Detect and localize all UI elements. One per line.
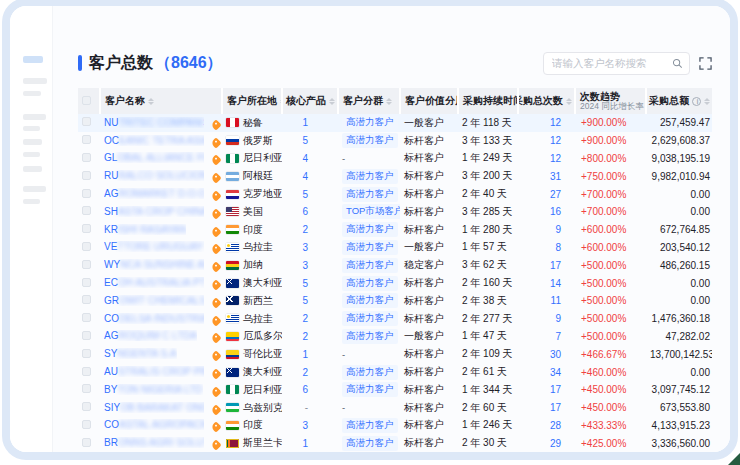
sidebar-item[interactable] <box>23 199 40 204</box>
select-all-checkbox[interactable] <box>82 96 91 105</box>
customer-name-link[interactable]: OCEANIC TETRA ASIA <box>104 135 204 146</box>
table-row[interactable]: RURALCO SOLUCIONES S.A 阿根廷 4 高潜力客户+1 标杆客… <box>78 167 712 185</box>
purchase-count[interactable]: 12 <box>518 150 575 168</box>
customer-name-link[interactable]: AUSTRALIS CROP PROTECTION P... <box>104 366 204 377</box>
purchase-count[interactable]: 8 <box>518 239 575 257</box>
column-header-segment[interactable]: 客户分群 <box>338 88 400 114</box>
sort-icon[interactable] <box>566 98 572 105</box>
customer-name-link[interactable]: KRISHI RASAYAN <box>104 224 186 235</box>
table-row[interactable]: GLOBAL ALLIANCE FOR CHEMICA... 尼日利亚 4 - … <box>78 150 712 168</box>
purchase-count[interactable]: 28 <box>518 417 575 435</box>
table-row[interactable]: SHASTA CROP CHINA 美国 6 TOP市场客户 标杆客户 3 年 … <box>78 203 712 221</box>
sort-icon[interactable] <box>148 98 154 105</box>
row-checkbox[interactable] <box>82 331 91 340</box>
table-row[interactable]: GROWIT CHEMICALS LIMITED 新西兰 5 高潜力客户 标杆客… <box>78 292 712 310</box>
column-header-count[interactable]: 采购总次数 <box>518 88 575 114</box>
table-row[interactable]: AUSTRALIS CROP PROTECTION P... 澳大利亚 2 高潜… <box>78 363 712 381</box>
row-checkbox[interactable] <box>82 153 91 162</box>
table-row[interactable]: SIYOB BARAKAT ONGLTERMER X... 乌兹别克斯坦 - -… <box>78 399 712 417</box>
purchase-count[interactable]: 17 <box>518 399 575 417</box>
core-product-count[interactable]: 5 <box>282 132 338 150</box>
customer-name-link[interactable]: SIYOB BARAKAT ONGLTERMER X... <box>104 402 204 413</box>
sidebar-item[interactable] <box>23 78 47 84</box>
table-row[interactable]: BRONNS AGRI SOLUTIONS PVT LTD 斯里兰卡 1 高潜力… <box>78 434 712 452</box>
sort-icon[interactable] <box>386 98 392 105</box>
customer-name-link[interactable]: AGROMARKET D.O.O <box>104 188 204 199</box>
row-checkbox[interactable] <box>82 420 91 429</box>
purchase-count[interactable]: 7 <box>518 328 575 346</box>
search-input[interactable] <box>552 57 672 69</box>
sidebar-item-active[interactable] <box>23 56 43 63</box>
purchase-count[interactable]: 9 <box>518 221 575 239</box>
table-row[interactable]: NUTRITEC COMPANI S.A.C 秘鲁 1 高潜力客户 一般客户 2… <box>78 114 712 132</box>
core-product-count[interactable]: 2 <box>282 328 338 346</box>
column-header-duration[interactable]: 采购持续时间 <box>458 88 518 114</box>
customer-name-link[interactable]: VETTORE URUGUAY S.R.L <box>104 241 204 252</box>
purchase-count[interactable]: 31 <box>518 167 575 185</box>
table-row[interactable]: ECOH AUSTRALIA PTY LIMITED 澳大利亚 5 高潜力客户 … <box>78 274 712 292</box>
customer-name-link[interactable]: GROWIT CHEMICALS LIMITED <box>104 295 204 306</box>
core-product-count[interactable]: 2 <box>282 363 338 381</box>
table-row[interactable]: OCEANIC TETRA ASIA 俄罗斯 5 高潜力客户+1 标杆客户 3 … <box>78 132 712 150</box>
sidebar-item[interactable] <box>23 139 42 145</box>
purchase-count[interactable]: 27 <box>518 185 575 203</box>
purchase-count[interactable]: 12 <box>518 132 575 150</box>
column-header-product[interactable]: 核心产品 <box>282 88 338 114</box>
column-header-name[interactable]: 客户名称 <box>100 88 222 114</box>
customer-search-box[interactable] <box>543 52 690 75</box>
table-row[interactable]: COASTAL AGROPACK PRIVAT E... 印度 3 高潜力客户+… <box>78 417 712 435</box>
fullscreen-expand-icon[interactable] <box>699 57 712 70</box>
customer-name-link[interactable]: BYTON NIGERIA LTD <box>104 384 203 395</box>
purchase-count[interactable]: 12 <box>518 114 575 132</box>
row-checkbox[interactable] <box>82 189 91 198</box>
row-checkbox[interactable] <box>82 295 91 304</box>
sidebar-item[interactable] <box>23 114 46 120</box>
customer-name-link[interactable]: ECOH AUSTRALIA PTY LIMITED <box>104 277 204 288</box>
column-header-tier[interactable]: 客户价值分层 <box>400 88 458 114</box>
purchase-count[interactable]: 16 <box>518 203 575 221</box>
purchase-count[interactable]: 30 <box>518 345 575 363</box>
purchase-count[interactable]: 17 <box>518 256 575 274</box>
row-checkbox[interactable] <box>82 135 91 144</box>
customer-name-link[interactable]: WYNCA SUNSHINE AGRO PRO(U... <box>104 259 204 270</box>
row-checkbox[interactable] <box>82 313 91 322</box>
core-product-count[interactable]: 1 <box>282 345 338 363</box>
table-row[interactable]: BYTON NIGERIA LTD 尼日利亚 6 高潜力客户 标杆客户 1 年 … <box>78 381 712 399</box>
core-product-count[interactable]: 4 <box>282 167 338 185</box>
purchase-count[interactable]: 9 <box>518 310 575 328</box>
table-row[interactable]: AGROQUIM C LTDA 厄瓜多尔 2 高潜力客户+1 一般客户 1 年 … <box>78 328 712 346</box>
core-product-count[interactable]: - <box>282 399 338 417</box>
row-checkbox[interactable] <box>82 224 91 233</box>
customer-name-link[interactable]: BRONNS AGRI SOLUTIONS PVT LTD <box>104 437 204 448</box>
customer-name-link[interactable]: NUTRITEC COMPANI S.A.C <box>104 117 204 128</box>
row-checkbox[interactable] <box>82 367 91 376</box>
core-product-count[interactable]: 4 <box>282 150 338 168</box>
purchase-count[interactable]: 11 <box>518 292 575 310</box>
table-row[interactable]: SYNGENTA S.A 哥伦比亚 1 - 标杆客户 2 年 109 天 30 … <box>78 345 712 363</box>
column-header-amount[interactable]: 采购总额 <box>646 88 712 114</box>
column-header-trend[interactable]: 次数趋势2024 同比增长率 <box>575 88 646 114</box>
core-product-count[interactable]: 2 <box>282 310 338 328</box>
customer-name-link[interactable]: COASTAL AGROPACK PRIVAT E... <box>104 419 204 430</box>
core-product-count[interactable]: 5 <box>282 185 338 203</box>
row-checkbox[interactable] <box>82 384 91 393</box>
row-checkbox[interactable] <box>82 438 91 447</box>
row-checkbox[interactable] <box>82 278 91 287</box>
row-checkbox[interactable] <box>82 171 91 180</box>
core-product-count[interactable]: 5 <box>282 292 338 310</box>
table-row[interactable]: AGROMARKET D.O.O 克罗地亚 5 高潜力客户 标杆客户 2 年 4… <box>78 185 712 203</box>
core-product-count[interactable]: 3 <box>282 417 338 435</box>
sidebar-item[interactable] <box>23 152 40 157</box>
purchase-count[interactable]: 34 <box>518 363 575 381</box>
table-row[interactable]: VETTORE URUGUAY S.R.L 乌拉圭 3 高潜力客户 一般客户 1… <box>78 239 712 257</box>
row-checkbox[interactable] <box>82 402 91 411</box>
core-product-count[interactable]: 5 <box>282 274 338 292</box>
table-row[interactable]: CODELSA INDUSTRIAL ALIADO R... 乌拉圭 2 高潜力… <box>78 310 712 328</box>
core-product-count[interactable]: 3 <box>282 256 338 274</box>
sidebar-item[interactable] <box>23 166 42 172</box>
core-product-count[interactable]: 6 <box>282 381 338 399</box>
info-icon[interactable] <box>692 97 701 106</box>
sidebar-item[interactable] <box>23 126 40 131</box>
row-checkbox[interactable] <box>82 260 91 269</box>
row-checkbox[interactable] <box>82 117 91 126</box>
